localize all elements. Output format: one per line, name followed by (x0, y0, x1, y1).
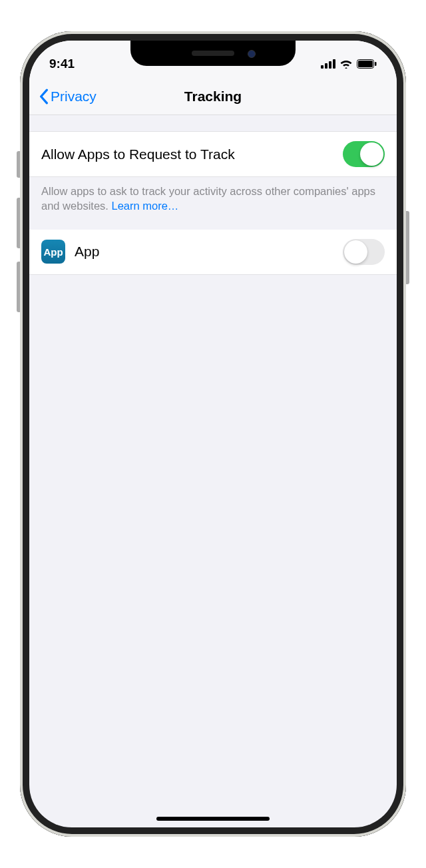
side-button (406, 211, 409, 284)
cellular-icon (321, 59, 335, 69)
ringer-switch (17, 151, 20, 178)
notch (130, 41, 296, 66)
svg-rect-6 (375, 62, 377, 66)
home-indicator[interactable] (156, 817, 270, 821)
app-icon: App (41, 240, 65, 264)
allow-apps-toggle[interactable] (343, 141, 385, 167)
battery-icon (357, 59, 377, 69)
navigation-bar: Privacy Tracking (29, 78, 397, 115)
toggle-knob (344, 240, 367, 264)
allow-apps-to-request-row: Allow Apps to Request to Track (29, 131, 397, 177)
status-time: 9:41 (49, 57, 75, 71)
speaker-grille (192, 51, 234, 56)
content-area: Allow Apps to Request to Track Allow app… (29, 115, 397, 275)
svg-rect-3 (333, 59, 335, 69)
phone-frame: 9:41 Privacy Tracking Allow Apps to Requ… (20, 31, 406, 837)
back-label: Privacy (51, 89, 97, 105)
learn-more-link[interactable]: Learn more… (111, 200, 178, 212)
app-row: App App (29, 230, 397, 275)
svg-rect-5 (358, 61, 373, 67)
front-camera (248, 50, 256, 58)
wifi-icon (339, 59, 353, 69)
svg-rect-1 (325, 63, 327, 69)
svg-rect-2 (329, 61, 331, 69)
page-title: Tracking (184, 89, 242, 105)
volume-up-button (17, 198, 20, 248)
volume-down-button (17, 262, 20, 312)
toggle-knob (360, 142, 383, 166)
chevron-left-icon (39, 89, 49, 105)
app-tracking-toggle[interactable] (343, 239, 385, 265)
allow-apps-label: Allow Apps to Request to Track (41, 146, 343, 162)
svg-rect-0 (321, 65, 323, 69)
screen: 9:41 Privacy Tracking Allow Apps to Requ… (29, 41, 397, 827)
footer-text: Allow apps to ask to track your activity… (41, 185, 375, 212)
status-icons (321, 59, 377, 69)
allow-apps-footer: Allow apps to ask to track your activity… (29, 177, 397, 230)
app-name-label: App (75, 244, 343, 260)
back-button[interactable]: Privacy (39, 89, 97, 105)
